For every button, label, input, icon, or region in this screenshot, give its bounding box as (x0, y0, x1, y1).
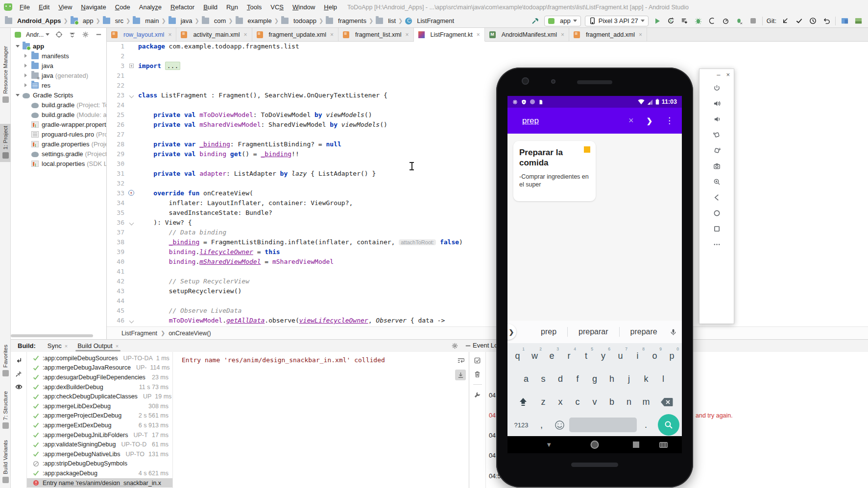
key-e[interactable]: e3 (544, 351, 560, 361)
hide-panel-button[interactable] (95, 31, 102, 38)
locate-file-button[interactable] (55, 31, 63, 38)
apply-changes-button[interactable]: A (666, 16, 676, 26)
emulator-minimize-button[interactable]: – (717, 71, 720, 78)
menu-edit[interactable]: Edit (34, 1, 54, 13)
apply-code-changes-button[interactable] (680, 16, 690, 26)
build-task-row[interactable]: :app:mergeLibDexDebug308 ms (27, 401, 172, 411)
key-h[interactable]: h (604, 374, 620, 384)
emoji-key[interactable] (551, 420, 568, 430)
breadcrumb-item-todoapp[interactable]: todoapp (280, 17, 317, 24)
key-v[interactable]: v (587, 397, 603, 407)
submit-search-icon[interactable]: ❯ (646, 116, 652, 125)
tree-item-build-gradle[interactable]: build.gradle(Module: ap (11, 110, 106, 119)
key-r[interactable]: r4 (561, 351, 577, 361)
device-select[interactable]: Pixel 3 API 27 (585, 16, 649, 26)
emulator-rotate-left-button[interactable] (712, 130, 722, 139)
build-task-row[interactable]: :app:packageDebug4 s 621 ms (27, 468, 172, 478)
mic-icon[interactable] (670, 328, 677, 336)
hide-keyboard-button[interactable]: ▼ (546, 441, 552, 448)
keyboard-switch-icon[interactable] (659, 442, 668, 448)
comma-key[interactable]: , (533, 420, 550, 430)
tree-arrow-icon[interactable] (24, 54, 31, 58)
breadcrumb-item-main[interactable]: main (132, 17, 160, 24)
key-m[interactable]: m (638, 397, 654, 407)
profiler-button[interactable] (721, 16, 731, 26)
menu-file[interactable]: File (15, 1, 34, 13)
tree-item-manifests[interactable]: manifests (11, 51, 106, 61)
emulator-more-button[interactable] (712, 240, 722, 249)
run-config-select[interactable]: app (544, 16, 581, 26)
tree-arrow-icon[interactable] (16, 94, 23, 96)
breadcrumb-item-example[interactable]: example (235, 17, 273, 24)
mark-all-read-button[interactable] (474, 357, 481, 364)
breadcrumb-member[interactable]: onCreateView() (169, 330, 211, 337)
tree-item-res[interactable]: res (11, 80, 106, 90)
emulator-volume-down-button[interactable] (712, 115, 722, 124)
build-task-row[interactable]: :app:checkDebugDuplicateClassesUP19 ms (27, 392, 172, 401)
task-list-scrollbar[interactable] (61, 485, 135, 488)
emulator-power-button[interactable] (712, 83, 722, 93)
breadcrumb-item-fragments[interactable]: fragments (325, 17, 367, 24)
space-key[interactable] (569, 418, 637, 432)
key-p[interactable]: p0 (664, 351, 680, 361)
code-editor[interactable]: 1package com.example.todoapp.fragments.l… (107, 42, 868, 326)
close-tab-icon[interactable]: × (65, 343, 68, 349)
expand-suggestions-button[interactable]: ❯ (507, 324, 516, 340)
clear-search-icon[interactable]: × (628, 116, 634, 126)
close-tab-icon[interactable]: × (406, 31, 409, 38)
key-a[interactable]: a (518, 374, 534, 384)
breadcrumb-item-java[interactable]: java (168, 17, 193, 24)
breadcrumb-item-listfragment[interactable]: ListFragment (404, 17, 455, 24)
menu-build[interactable]: Build (199, 1, 222, 13)
emulator-volume-up-button[interactable] (712, 99, 722, 108)
close-tab-icon[interactable]: × (561, 31, 564, 38)
search-key[interactable] (658, 414, 679, 436)
project-view-select[interactable]: Andr... (15, 31, 49, 38)
tree-arrow-icon[interactable] (24, 64, 31, 68)
emulator-back-button[interactable] (712, 193, 722, 202)
menu-help[interactable]: Help (319, 1, 341, 13)
key-b[interactable]: b (604, 397, 620, 407)
fold-collapse-icon[interactable] (129, 319, 134, 324)
overflow-menu-icon[interactable]: ⋮ (665, 116, 674, 126)
menu-view[interactable]: View (54, 1, 76, 13)
tab-row_layout-xml[interactable]: row_layout.xml× (107, 28, 176, 41)
build-task-row[interactable]: :app:mergeExtDexDebug6 s 913 ms (27, 420, 172, 430)
inspect-icon[interactable] (15, 383, 23, 391)
close-tab-icon[interactable]: × (244, 31, 247, 38)
suggestion-prep[interactable]: prep (530, 327, 567, 336)
breadcrumb-item-app[interactable]: app (70, 17, 95, 24)
project-horizontal-scrollbar[interactable] (11, 334, 93, 337)
tool-button-favorites[interactable]: Favorites (0, 343, 11, 379)
key-c[interactable]: c (570, 397, 586, 407)
tool-button-project[interactable]: 1: Project (0, 124, 11, 162)
tree-item-app[interactable]: app (11, 41, 106, 51)
period-key[interactable]: . (638, 420, 654, 430)
layout-inspector-button[interactable] (840, 16, 849, 26)
tool-button-structure[interactable]: 7: Structure (0, 389, 11, 431)
breadcrumb-item-com[interactable]: com (201, 17, 227, 24)
tree-arrow-icon[interactable] (24, 83, 31, 87)
build-console[interactable]: Entry name 'res/anim/design_snackbar_in.… (172, 352, 469, 488)
rerun-build-button[interactable] (15, 357, 23, 364)
build-hammer-button[interactable] (530, 16, 540, 26)
tree-item-gradle-properties[interactable]: gradle.properties(Projec (11, 139, 106, 149)
key-d[interactable]: d (553, 374, 569, 384)
overview-button[interactable] (633, 442, 639, 448)
breadcrumb-item-src[interactable]: src (102, 17, 124, 24)
build-task-row[interactable]: :app:mergeProjectDexDebug2 s 561 ms (27, 411, 172, 421)
pin-icon[interactable] (15, 370, 23, 377)
symbols-key[interactable]: ?123 (510, 421, 532, 429)
build-tab-build-output[interactable]: Build Output× (72, 340, 123, 352)
tree-item-proguard-rules-pro[interactable]: proguard-rules.pro(ProG (11, 129, 106, 139)
attach-debugger-button[interactable] (735, 16, 745, 26)
close-tab-icon[interactable]: × (116, 343, 119, 349)
key-u[interactable]: u7 (612, 351, 628, 361)
tool-button-build-variants[interactable]: Build Variants (0, 438, 11, 487)
tree-item-gradle-wrapper-propertie[interactable]: gradle-wrapper.propertie (11, 119, 106, 129)
menu-run[interactable]: Run (222, 1, 242, 13)
tab-fragment_add-xml[interactable]: fragment_add.xml× (569, 28, 647, 41)
emulator-overview-button[interactable] (712, 224, 722, 233)
close-tab-icon[interactable]: × (168, 31, 171, 38)
tab-listfragment-kt[interactable]: ListFragment.kt× (414, 28, 485, 42)
